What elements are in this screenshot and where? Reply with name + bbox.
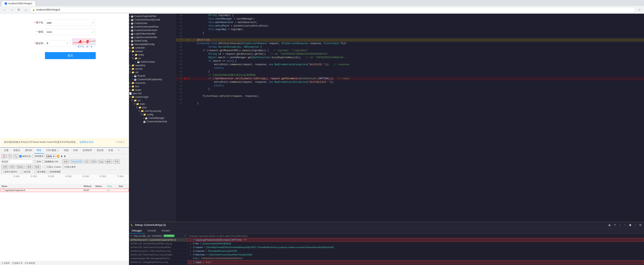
- home-button[interactable]: ⌂: [23, 7, 28, 12]
- tree-item-src[interactable]: ▽ 📁 src: [129, 99, 176, 102]
- settings-btn[interactable]: ⚙: [638, 223, 642, 227]
- ws-btn[interactable]: WS: [10, 165, 15, 169]
- css-btn[interactable]: CSS: [90, 160, 97, 163]
- tree-item-pomxml[interactable]: 📄 pom.xml: [129, 92, 176, 95]
- wifi-btn[interactable]: 📶: [57, 155, 60, 158]
- tree-item-customcaptchafilter[interactable]: ● ☕ CustomCaptchaFilter: [129, 14, 176, 18]
- request-checkbox-0[interactable]: [2, 189, 4, 191]
- reverse-label[interactable]: 反转: [34, 160, 41, 163]
- fetch-xhr-btn[interactable]: Fetch/XHR: [70, 160, 83, 163]
- group-by-check[interactable]: [21, 171, 24, 173]
- debug-var-response[interactable]: ▷ P response = {FirewalledResponse@10348…: [188, 249, 644, 253]
- bookmark-button[interactable]: ☆: [636, 7, 642, 12]
- tree-item-customauthcaptcha[interactable]: ● ☕ CustomAuthCaptchaAp: [129, 78, 176, 81]
- tab-css[interactable]: CSS 概述 △: [44, 148, 62, 154]
- tree-item-repository[interactable]: ▷ 📁 repository: [129, 64, 176, 67]
- step-over-btn[interactable]: ↷: [613, 223, 617, 227]
- tree-item-config[interactable]: ▽ 📁 config: [129, 113, 176, 116]
- tab-add[interactable]: +: [116, 148, 122, 154]
- password-input[interactable]: [45, 29, 96, 35]
- cache-label[interactable]: 禁用缓存: [32, 155, 44, 158]
- large-rows-check[interactable]: [2, 171, 4, 173]
- tree-item-customvender[interactable]: ☕ CustomVenderAuth: [129, 120, 176, 123]
- debug-tab-console[interactable]: Console: [145, 228, 159, 234]
- tree-item-domain[interactable]: ▽ 📁 domain: [129, 49, 176, 53]
- stack-frame-1[interactable]: doFilter:119, OncePerRequestFilter (org.…: [129, 242, 188, 246]
- forward-button[interactable]: →: [9, 7, 14, 12]
- tree-item-rsautil[interactable]: ● ☕ RsaUtil: [129, 74, 176, 78]
- block-request-check[interactable]: [62, 166, 64, 168]
- tree-item-entity[interactable]: ▷ 📁 entity: [129, 53, 176, 57]
- tree-item-vo[interactable]: ▽ 📁 vo: [129, 57, 176, 60]
- refresh-button[interactable]: ↻: [16, 7, 22, 12]
- browser-tab[interactable]: localhost:8081/#/login2: [2, 1, 35, 6]
- clear-btn2[interactable]: 清单: [26, 165, 33, 169]
- debug-var-filterchain[interactable]: ▷ P filterChain = {FilterChainProxySVirt…: [188, 253, 644, 257]
- filter-input[interactable]: [9, 160, 33, 164]
- tree-item-authconstant[interactable]: ● ☕ AuthConstant: [129, 60, 176, 64]
- stack-frame-3[interactable]: doFilterInternal:211, FilterChainProxy (…: [129, 249, 188, 253]
- doc-btn[interactable]: 文档: [2, 165, 8, 169]
- reverse-check[interactable]: [34, 160, 36, 163]
- captcha-refresh-link[interactable]: 一看不清，换一张: [76, 45, 92, 48]
- throttle-select[interactable]: 无限制: [45, 154, 56, 158]
- tree-item-util[interactable]: ▽ 📁 util: [129, 71, 176, 74]
- debug-var-captcha[interactable]: ▷ P request.getParameter(AuthConstant.CA…: [188, 238, 644, 242]
- preserve-log-check[interactable]: [19, 155, 22, 158]
- preserve-log-label[interactable]: 保留日志: [19, 155, 31, 158]
- tab-welcome[interactable]: 欢迎: [106, 148, 116, 154]
- captcha-image[interactable]: A 5: [72, 38, 96, 45]
- filter-toggle-btn[interactable]: ⟳: [8, 154, 12, 158]
- tab-elements[interactable]: 元素: [2, 148, 11, 154]
- step-into-btn[interactable]: ↓: [618, 223, 622, 227]
- network-row-0[interactable]: loginDeal?captcha=9 POST xhr: [0, 189, 129, 192]
- tree-item-customuserservice[interactable]: ● ☕ CustomUserServiceIn: [129, 28, 176, 32]
- username-input[interactable]: [45, 19, 96, 26]
- resume-btn[interactable]: ▶: [608, 223, 612, 227]
- js-btn[interactable]: JS: [84, 160, 89, 163]
- back-button[interactable]: ←: [2, 7, 8, 12]
- large-rows-label[interactable]: 使用大请求行: [2, 170, 18, 173]
- address-bar[interactable]: 🔒 localhost:8081/#/login2: [30, 7, 635, 12]
- tree-item-redisconfig[interactable]: ● ☕ RedisConfig: [129, 39, 176, 42]
- tree-item-test[interactable]: ▷ 📁 test: [129, 85, 176, 88]
- clear-btn[interactable]: 🚫: [2, 154, 7, 158]
- hide-url-label[interactable]: 隐藏数据 URL: [42, 160, 58, 163]
- tab-sources[interactable]: 源代码: [23, 148, 34, 154]
- more-btn[interactable]: ⋮: [633, 223, 637, 227]
- tree-item-comliry[interactable]: ▽ 📁 com.liry.security: [129, 109, 176, 113]
- tree-item-controller[interactable]: ▷ 📁 controller: [129, 46, 176, 49]
- stack-frame-4[interactable]: doFilter:183, FilterChainProxy (org.spri…: [129, 253, 188, 257]
- stack-frame-5[interactable]: invokeDelegate:358, DelegatingFilterProx: [129, 257, 188, 260]
- other-btn[interactable]: 其他: [34, 165, 40, 169]
- debug-tab-debugger[interactable]: Debugger: [129, 228, 145, 234]
- block-cookie-check[interactable]: [44, 166, 46, 168]
- font-btn[interactable]: 字体: [113, 160, 120, 164]
- tree-item-resources[interactable]: ▷ 📁 resources: [129, 81, 176, 85]
- search-btn[interactable]: 🔍: [13, 154, 18, 158]
- tree-item-customlogin[interactable]: ▽ 📁 custom-login: [129, 95, 176, 99]
- download-btn[interactable]: ⬇: [61, 155, 63, 158]
- tree-item-customuser[interactable]: ● ☕ CustomUser: [129, 21, 176, 25]
- debug-var-id[interactable]: ▷ P id = "C8F002D92F34DA0616355A04FB40F6…: [188, 257, 644, 260]
- upload-btn[interactable]: ⬆: [64, 155, 66, 158]
- tab-network[interactable]: 网络: [34, 148, 44, 154]
- tree-item-loginsuccess[interactable]: ● ☕ LoginSuccessHandler: [129, 35, 176, 39]
- wasm-btn[interactable]: Wasm: [16, 165, 25, 169]
- img-btn[interactable]: Img: [98, 160, 104, 163]
- cache-check[interactable]: [32, 155, 34, 158]
- tree-item-service[interactable]: ▷ 📁 service: [129, 67, 176, 71]
- submit-button[interactable]: 提交: [45, 52, 96, 59]
- tab-console[interactable]: 控制台: [11, 148, 23, 154]
- block-cookie-label[interactable]: 已阻止 Cookie: [44, 166, 61, 168]
- hide-url-check[interactable]: [42, 160, 44, 163]
- tree-item-cachemanager[interactable]: ● ☕ CacheManager: [129, 116, 176, 120]
- debug-var-this[interactable]: ▷ P this = {CustomCaptchaFilter@8518}: [188, 242, 644, 246]
- filter-icon[interactable]: ▽: [184, 235, 186, 237]
- stack-frame-7[interactable]: internalDoFilter:189, ApplicationFilterC…: [129, 264, 188, 265]
- stop-btn[interactable]: ⏹: [628, 223, 632, 227]
- screenshot-check[interactable]: [47, 171, 49, 173]
- step-out-btn[interactable]: ↑: [623, 223, 627, 227]
- tab-performance[interactable]: 性能: [62, 148, 71, 154]
- debug-var-match[interactable]: ▷ P match = "4+5=": [188, 260, 644, 264]
